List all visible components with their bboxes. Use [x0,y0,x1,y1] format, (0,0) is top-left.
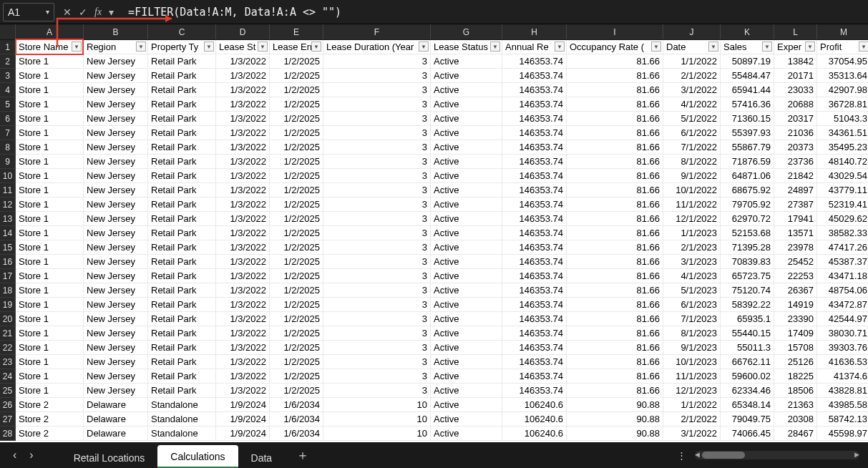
cell[interactable]: 81.66 [567,183,663,198]
cell[interactable]: 1/2/2025 [270,369,323,384]
cell[interactable]: 52319.41 [817,198,868,212]
cell[interactable]: 20317 [774,112,817,126]
cell[interactable]: 25126 [774,355,817,369]
cell[interactable]: 9/1/2022 [663,169,721,183]
header-cell-F[interactable]: Lease Duration (Year▼ [323,40,431,54]
cell[interactable]: 1/3/2022 [216,355,270,369]
cell[interactable]: 81.66 [567,83,663,97]
cell[interactable]: 23033 [774,83,817,97]
header-cell-G[interactable]: Lease Status▼ [431,40,502,54]
cell[interactable]: 146353.74 [502,198,567,212]
cell[interactable]: 25452 [774,255,817,269]
header-cell-B[interactable]: Region▼ [84,40,148,54]
row-header[interactable]: 2 [0,54,16,69]
cell[interactable]: New Jersey [84,226,148,240]
column-header-L[interactable]: L [774,24,817,39]
cell[interactable]: Retail Park [148,269,216,283]
chevron-down-icon[interactable]: ▾ [46,8,49,16]
spreadsheet-grid[interactable]: 1 Store Name▼Region▼Property Ty▼Lease St… [0,40,868,441]
cell[interactable]: 81.66 [567,97,663,112]
cell[interactable]: Retail Park [148,112,216,126]
cell[interactable]: Retail Park [148,69,216,83]
cell[interactable]: 3 [323,226,431,240]
cell[interactable]: Active [431,226,502,240]
cell[interactable]: 39303.76 [817,341,868,355]
cell[interactable]: 81.66 [567,312,663,326]
cell[interactable]: 81.66 [567,112,663,126]
cell[interactable]: 1/3/2022 [216,54,270,69]
sheet-tab[interactable]: Data [238,447,286,468]
cell[interactable]: 1/3/2022 [216,226,270,240]
header-cell-D[interactable]: Lease St▼ [216,40,270,54]
cell[interactable]: Active [431,140,502,155]
cell[interactable]: 146353.74 [502,97,567,112]
cell[interactable]: New Jersey [84,283,148,298]
cell[interactable]: 146353.74 [502,54,567,69]
row-header[interactable]: 23 [0,355,16,369]
cell[interactable]: 3 [323,155,431,169]
header-cell-E[interactable]: Lease En▼ [270,40,323,54]
cell[interactable]: 41636.53 [817,355,868,369]
cell[interactable]: 146353.74 [502,369,567,384]
cell[interactable]: 90.88 [567,398,663,412]
cell[interactable]: 43472.87 [817,298,868,312]
cell[interactable]: 90.88 [567,412,663,426]
cell[interactable]: 81.66 [567,169,663,183]
cell[interactable]: 146353.74 [502,226,567,240]
cell[interactable]: New Jersey [84,341,148,355]
cell[interactable]: 81.66 [567,341,663,355]
column-header-B[interactable]: B [84,24,148,39]
filter-dropdown-icon[interactable]: ▼ [490,42,500,52]
cell[interactable]: Retail Park [148,183,216,198]
header-cell-M[interactable]: Profit▼ [817,40,868,54]
cell[interactable]: 1/3/2022 [216,269,270,283]
cell[interactable]: 1/2/2025 [270,355,323,369]
cell[interactable]: 3 [323,97,431,112]
cell[interactable]: 8/1/2023 [663,326,721,341]
cell[interactable]: 3 [323,212,431,226]
cell[interactable]: Retail Park [148,283,216,298]
cell[interactable]: New Jersey [84,269,148,283]
cell[interactable]: 1/3/2022 [216,140,270,155]
cell[interactable]: Active [431,112,502,126]
row-header[interactable]: 6 [0,112,16,126]
cell[interactable]: Retail Park [148,97,216,112]
cell[interactable]: Retail Park [148,155,216,169]
cell[interactable]: Store 1 [16,97,84,112]
cell[interactable]: 23736 [774,155,817,169]
cell[interactable]: 1/3/2022 [216,126,270,140]
cell[interactable]: 21036 [774,126,817,140]
cell[interactable]: 75120.74 [721,283,774,298]
cell[interactable]: 58742.13 [817,412,868,426]
cell[interactable]: 20308 [774,412,817,426]
filter-dropdown-icon[interactable]: ▼ [204,42,214,52]
cell[interactable]: New Jersey [84,83,148,97]
cell[interactable]: 81.66 [567,298,663,312]
cell[interactable]: 10 [323,426,431,441]
cell[interactable]: 1/2/2025 [270,169,323,183]
cell[interactable]: Delaware [84,426,148,441]
cell[interactable]: New Jersey [84,183,148,198]
header-cell-I[interactable]: Occupancy Rate (▼ [567,40,663,54]
cell[interactable]: 81.66 [567,326,663,341]
cell[interactable]: 7/1/2023 [663,312,721,326]
row-header[interactable]: 8 [0,140,16,155]
cell[interactable]: New Jersey [84,155,148,169]
cell[interactable]: 43779.11 [817,183,868,198]
cell[interactable]: 146353.74 [502,341,567,355]
cell[interactable]: Active [431,169,502,183]
cell[interactable]: 55867.79 [721,140,774,155]
cell[interactable]: 4/1/2022 [663,97,721,112]
row-header[interactable]: 7 [0,126,16,140]
cell[interactable]: 1/2/2025 [270,226,323,240]
cell[interactable]: 1/3/2022 [216,155,270,169]
cell[interactable]: Store 1 [16,126,84,140]
cell[interactable]: Standalone [148,426,216,441]
cell[interactable]: 3 [323,269,431,283]
cell[interactable]: 5/1/2023 [663,283,721,298]
header-cell-K[interactable]: Sales▼ [721,40,774,54]
cell[interactable]: Store 2 [16,412,84,426]
column-header-A[interactable]: A [16,24,84,39]
column-header-I[interactable]: I [567,24,663,39]
cell[interactable]: 1/3/2022 [216,112,270,126]
